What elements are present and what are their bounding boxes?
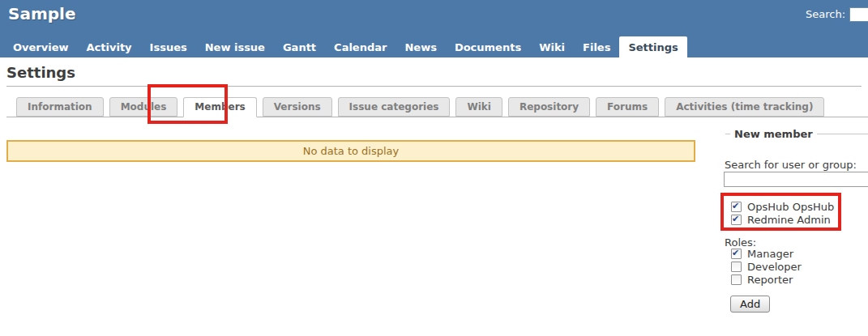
tab-members[interactable]: Members bbox=[183, 97, 256, 117]
search-label: Search: bbox=[806, 8, 845, 20]
checkbox-icon[interactable] bbox=[731, 262, 742, 272]
tab-versions[interactable]: Versions bbox=[263, 97, 332, 117]
checkbox-icon[interactable] bbox=[731, 249, 742, 259]
role-checkbox-label: Reporter bbox=[747, 274, 793, 286]
add-member-button[interactable]: Add bbox=[730, 296, 770, 313]
nav-item-activity[interactable]: Activity bbox=[78, 36, 141, 57]
role-checkbox-reporter[interactable]: Reporter bbox=[731, 273, 802, 286]
nodata-message: No data to display bbox=[6, 140, 695, 162]
new-member-legend: New member bbox=[730, 128, 817, 140]
nav-item-wiki[interactable]: Wiki bbox=[530, 36, 574, 57]
quick-search: Search: bbox=[806, 7, 868, 22]
role-checkbox-developer[interactable]: Developer bbox=[731, 260, 802, 273]
user-checkbox-opshub[interactable]: OpsHub OpsHub bbox=[731, 200, 834, 213]
nav-item-files[interactable]: Files bbox=[574, 36, 619, 57]
checkbox-icon[interactable] bbox=[731, 215, 742, 225]
app-header: Sample Search: Overview Activity Issues … bbox=[0, 0, 868, 57]
nav-item-news[interactable]: News bbox=[396, 36, 445, 57]
user-checkbox-label: Redmine Admin bbox=[747, 214, 831, 226]
user-search-label: Search for user or group: bbox=[725, 159, 857, 171]
page-title: Settings bbox=[6, 64, 862, 87]
nav-item-gantt[interactable]: Gantt bbox=[274, 36, 325, 57]
user-checkbox-redmine-admin[interactable]: Redmine Admin bbox=[731, 213, 834, 226]
tab-modules[interactable]: Modules bbox=[109, 97, 178, 117]
tab-issue-categories[interactable]: Issue categories bbox=[338, 97, 451, 117]
nav-item-documents[interactable]: Documents bbox=[446, 36, 530, 57]
main-menu: Overview Activity Issues New issue Gantt… bbox=[4, 36, 687, 57]
project-title: Sample bbox=[8, 4, 75, 23]
role-checkbox-list: Manager Developer Reporter bbox=[731, 247, 802, 286]
settings-tabs: Information Modules Members Versions Iss… bbox=[16, 97, 830, 117]
tab-forums[interactable]: Forums bbox=[596, 97, 659, 117]
nav-item-issues[interactable]: Issues bbox=[141, 36, 196, 57]
tab-information[interactable]: Information bbox=[16, 97, 104, 117]
user-checkbox-list: OpsHub OpsHub Redmine Admin bbox=[731, 200, 834, 226]
checkbox-icon[interactable] bbox=[731, 202, 742, 212]
role-checkbox-manager[interactable]: Manager bbox=[731, 247, 802, 260]
role-checkbox-label: Manager bbox=[747, 248, 793, 260]
nav-item-overview[interactable]: Overview bbox=[4, 36, 78, 57]
nav-item-settings[interactable]: Settings bbox=[619, 36, 686, 57]
user-search-input[interactable] bbox=[724, 172, 868, 187]
tab-wiki[interactable]: Wiki bbox=[455, 97, 502, 117]
role-checkbox-label: Developer bbox=[747, 261, 802, 273]
user-checkbox-label: OpsHub OpsHub bbox=[747, 201, 834, 213]
search-input[interactable] bbox=[849, 7, 868, 22]
tab-activities[interactable]: Activities (time tracking) bbox=[665, 97, 824, 117]
tab-repository[interactable]: Repository bbox=[508, 97, 590, 117]
checkbox-icon[interactable] bbox=[731, 274, 742, 285]
nav-item-new-issue[interactable]: New issue bbox=[196, 36, 274, 57]
nav-item-calendar[interactable]: Calendar bbox=[325, 36, 396, 57]
